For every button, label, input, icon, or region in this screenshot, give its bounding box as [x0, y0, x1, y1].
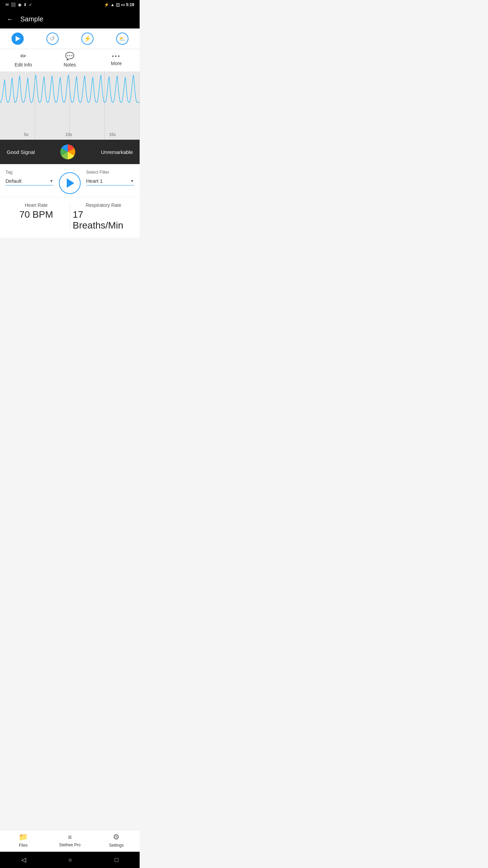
stethee-pro-nav-item[interactable]: ≡ Stethee Pro [46, 833, 93, 847]
action-buttons-row: ✏ Edit Info 💬 Notes ••• More [0, 49, 140, 72]
tab-refresh[interactable]: ↺ [35, 33, 70, 46]
stethee-pro-nav-label: Stethee Pro [59, 843, 80, 847]
settings-nav-item[interactable]: ⚙ Settings [93, 833, 140, 848]
files-icon: 📁 [19, 833, 28, 842]
pencil-icon: ✏ [20, 52, 26, 61]
globe-icon: ⛅ [119, 36, 126, 42]
filter-section: Select Filter Heart 1 ▼ [86, 170, 134, 185]
globe-icon-circle: ⛅ [116, 33, 128, 45]
respiratory-rate-value: 17 Breaths/Min [73, 209, 135, 231]
tag-value: Default [5, 178, 22, 184]
metrics-area: Heart Rate 70 BPM Respiratory Rate 17 Br… [0, 197, 140, 238]
grid-line-4 [105, 72, 140, 140]
tag-section-label: Tag [5, 170, 54, 175]
settings-nav-label: Settings [109, 843, 124, 848]
filter-dropdown-arrow-icon: ▼ [130, 179, 134, 183]
grid-line-1 [0, 72, 35, 140]
play-triangle-icon [16, 36, 20, 41]
lightning-icon: ⚡ [84, 35, 91, 42]
respiratory-rate-label: Respiratory Rate [86, 202, 121, 208]
tab-icons-row: ↺ ⚡ ⛅ [0, 28, 140, 49]
photo-icon: ⬛ [11, 2, 16, 7]
timeline-15s: 15s [109, 132, 116, 137]
mail-icon: ✉ [5, 2, 9, 7]
controls-area: Tag Default ▼ Select Filter Heart 1 ▼ [0, 164, 140, 197]
lightning-icon-circle: ⚡ [81, 33, 94, 45]
grid-line-3 [70, 72, 105, 140]
battery-icon: ▭ [121, 2, 125, 7]
grid-line-2 [35, 72, 70, 140]
heart-rate-label: Heart Rate [25, 202, 48, 208]
chat-icon: 💬 [65, 52, 74, 61]
waveform-timeline: 5s 10s 15s [0, 132, 140, 137]
timeline-5s: 5s [24, 132, 28, 137]
good-signal-label: Good Signal [7, 149, 35, 155]
edit-info-button[interactable]: ✏ Edit Info [0, 52, 46, 67]
bluetooth-icon: ⚡ [104, 2, 109, 7]
tab-play[interactable] [0, 33, 35, 46]
tag-dropdown-arrow-icon: ▼ [49, 179, 54, 183]
metric-divider [70, 204, 70, 230]
files-nav-label: Files [19, 843, 27, 848]
refresh-icon: ↺ [50, 35, 55, 42]
grid-lines [0, 72, 140, 140]
tag-section: Tag Default ▼ [5, 170, 54, 185]
tag-dropdown[interactable]: Default ▼ [5, 177, 54, 185]
filter-dropdown[interactable]: Heart 1 ▼ [86, 177, 134, 185]
more-button[interactable]: ••• More [93, 53, 140, 66]
refresh-icon-circle: ↺ [46, 33, 59, 45]
more-dots-icon: ••• [112, 53, 121, 59]
android-back-button[interactable]: ◁ [15, 853, 33, 866]
bottom-navigation: 📁 Files ≡ Stethee Pro ⚙ Settings [0, 830, 140, 852]
sim-icon: ◫ [116, 2, 120, 7]
download-icon: ⬇ [23, 2, 27, 7]
notes-button[interactable]: 💬 Notes [46, 52, 93, 67]
page-title: Sample [20, 15, 43, 23]
tab-globe[interactable]: ⛅ [105, 33, 140, 46]
tab-lightning[interactable]: ⚡ [70, 33, 105, 46]
files-nav-item[interactable]: 📁 Files [0, 833, 46, 848]
notes-label: Notes [64, 62, 76, 67]
heart-rate-metric: Heart Rate 70 BPM [5, 202, 67, 231]
stethee-icon: ≡ [68, 833, 72, 841]
status-bar: ✉ ⬛ ◉ ⬇ ✓ ⚡ ▲ ◫ ▭ 5:19 [0, 0, 140, 9]
filter-value: Heart 1 [86, 178, 103, 184]
app-header: ← Sample [0, 9, 140, 28]
signal-quality-bar: Good Signal Unremarkable [0, 140, 140, 164]
respiratory-rate-metric: Respiratory Rate 17 Breaths/Min [73, 202, 135, 231]
heart-rate-value: 70 BPM [19, 209, 53, 220]
filter-section-label: Select Filter [86, 170, 134, 175]
back-button[interactable]: ← [5, 14, 15, 24]
status-bar-left: ✉ ⬛ ◉ ⬇ ✓ [5, 2, 32, 7]
timeline-10s: 10s [65, 132, 72, 137]
settings-icon: ⚙ [113, 833, 120, 842]
status-bar-right: ⚡ ▲ ◫ ▭ 5:19 [104, 2, 134, 7]
wifi-icon: ▲ [110, 2, 115, 7]
clock: 5:19 [126, 2, 134, 7]
edit-info-label: Edit Info [15, 62, 32, 67]
center-play-triangle-icon [67, 178, 74, 188]
waveform-area: 5s 10s 15s [0, 72, 140, 140]
check-icon: ✓ [29, 2, 32, 7]
play-icon-circle [12, 33, 24, 45]
unremarkable-label: Unremarkable [101, 149, 133, 155]
more-label: More [111, 61, 122, 66]
android-nav-bar: ◁ ○ □ [0, 852, 140, 868]
center-play-button[interactable] [59, 172, 81, 194]
android-recent-button[interactable]: □ [108, 854, 125, 866]
signal-color-wheel [60, 144, 75, 159]
android-home-button[interactable]: ○ [62, 854, 79, 866]
circle-icon: ◉ [18, 2, 21, 7]
